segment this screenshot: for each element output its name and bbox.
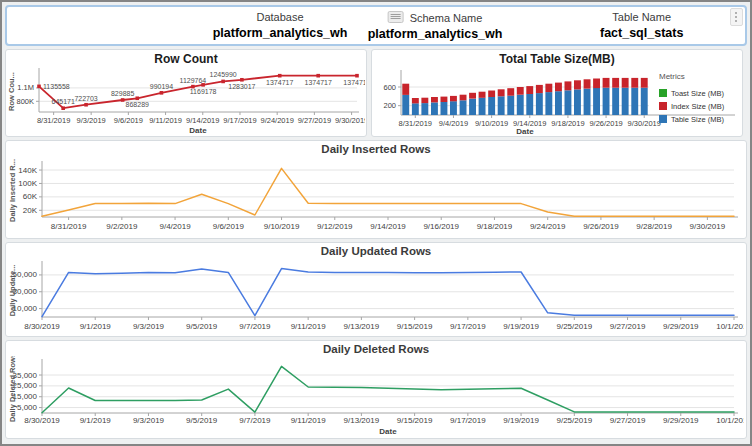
- svg-text:200: 200: [383, 101, 396, 110]
- table-name-value: fact_sql_stats: [600, 26, 683, 40]
- svg-text:9/7/2019: 9/7/2019: [239, 322, 271, 331]
- top-charts-row: Row Count 800K1.1M8/31/20199/3/20199/6/2…: [5, 49, 747, 137]
- total-table-size-chart[interactable]: 2006008/31/20199/4/20199/10/20199/14/201…: [373, 65, 741, 135]
- svg-text:9/27/2019: 9/27/2019: [610, 416, 646, 425]
- svg-text:9/30/2019: 9/30/2019: [628, 119, 661, 128]
- svg-text:9/12/2019: 9/12/2019: [317, 222, 353, 231]
- svg-text:9/5/2019: 9/5/2019: [186, 322, 218, 331]
- svg-text:140K: 140K: [18, 166, 37, 175]
- svg-text:9/1/2019: 9/1/2019: [80, 416, 112, 425]
- kebab-menu-icon[interactable]: [730, 8, 743, 26]
- svg-text:9/11/2019: 9/11/2019: [149, 116, 182, 125]
- daily-inserted-rows-chart-title: Daily Inserted Rows: [6, 141, 746, 156]
- svg-text:9/26/2019: 9/26/2019: [583, 222, 619, 231]
- svg-text:9/2/2019: 9/2/2019: [106, 222, 138, 231]
- svg-text:10/1/2019: 10/1/2019: [716, 322, 744, 331]
- svg-text:9/19/2019: 9/19/2019: [503, 322, 539, 331]
- schema-name-value: platform_analytics_wh: [368, 27, 503, 41]
- svg-text:9/13/2019: 9/13/2019: [344, 416, 380, 425]
- svg-text:9/25/2019: 9/25/2019: [557, 322, 593, 331]
- svg-text:8/31/2019: 8/31/2019: [51, 222, 87, 231]
- svg-text:9/29/2019: 9/29/2019: [663, 416, 699, 425]
- svg-text:9/4/2019: 9/4/2019: [439, 119, 468, 128]
- svg-text:1374717: 1374717: [343, 79, 365, 86]
- svg-text:100K: 100K: [18, 179, 37, 188]
- svg-text:9/30/2019: 9/30/2019: [335, 116, 365, 125]
- svg-text:8/30/2019: 8/30/2019: [24, 416, 60, 425]
- svg-text:20K: 20K: [23, 206, 38, 215]
- svg-text:Row Cou...: Row Cou...: [7, 72, 16, 111]
- dashboard: Database platform_analytics_wh Schema Na…: [0, 0, 752, 446]
- svg-text:9/28/2019: 9/28/2019: [636, 222, 672, 231]
- svg-text:9/5/2019: 9/5/2019: [186, 416, 218, 425]
- svg-text:8/31/2019: 8/31/2019: [37, 116, 70, 125]
- daily-inserted-rows-chart[interactable]: 20K60K100K140K8/31/20199/2/20199/4/20199…: [8, 156, 744, 238]
- svg-text:600: 600: [383, 83, 396, 92]
- svg-text:Daily Update...: Daily Update...: [8, 265, 17, 317]
- svg-text:10/1/2019: 10/1/2019: [716, 416, 744, 425]
- svg-text:9/26/2019: 9/26/2019: [589, 119, 622, 128]
- svg-text:9/27/2019: 9/27/2019: [610, 322, 646, 331]
- database-field: Database platform_analytics_wh: [213, 11, 348, 40]
- svg-text:645171: 645171: [51, 98, 74, 105]
- svg-text:990194: 990194: [150, 83, 173, 90]
- svg-text:Toast Size (MB): Toast Size (MB): [671, 89, 724, 98]
- svg-text:60K: 60K: [23, 192, 38, 201]
- svg-text:9/14/2019: 9/14/2019: [186, 116, 219, 125]
- svg-text:8/31/2019: 8/31/2019: [399, 119, 432, 128]
- row-count-chart-title: Row Count: [6, 50, 366, 65]
- svg-text:Index Size (MB): Index Size (MB): [671, 102, 725, 111]
- svg-text:9/3/2019: 9/3/2019: [133, 416, 165, 425]
- svg-text:1135558: 1135558: [43, 83, 70, 90]
- svg-text:9/24/2019: 9/24/2019: [260, 116, 293, 125]
- table-name-label: Table Name: [600, 11, 683, 23]
- svg-text:9/10/2019: 9/10/2019: [264, 222, 300, 231]
- svg-text:Date: Date: [189, 126, 207, 135]
- svg-text:9/30/2019: 9/30/2019: [690, 222, 726, 231]
- svg-text:722703: 722703: [74, 95, 97, 102]
- svg-text:Daily Inserted R...: Daily Inserted R...: [8, 159, 17, 222]
- total-table-size-chart-title: Total Table Size(MB): [372, 50, 742, 65]
- schema-name-field: Schema Name platform_analytics_wh: [368, 11, 503, 41]
- svg-text:9/15/2019: 9/15/2019: [397, 416, 433, 425]
- svg-text:8/30/2019: 8/30/2019: [24, 322, 60, 331]
- svg-text:9/6/2019: 9/6/2019: [213, 222, 245, 231]
- svg-text:868289: 868289: [126, 101, 149, 108]
- svg-text:9/18/2019: 9/18/2019: [551, 119, 584, 128]
- svg-text:5,000: 5,000: [17, 403, 38, 412]
- hamburger-menu-icon[interactable]: [388, 11, 404, 23]
- parameters-header: Database platform_analytics_wh Schema Na…: [5, 5, 747, 46]
- svg-text:9/24/2019: 9/24/2019: [530, 222, 566, 231]
- svg-text:9/10/2019: 9/10/2019: [475, 119, 508, 128]
- svg-text:9/14/2019: 9/14/2019: [370, 222, 406, 231]
- svg-text:9/25/2019: 9/25/2019: [557, 416, 593, 425]
- daily-deleted-rows-chart-title: Daily Deleted Rows: [6, 341, 746, 356]
- daily-inserted-rows-chart-card: Daily Inserted Rows 20K60K100K140K8/31/2…: [5, 140, 747, 239]
- svg-text:1169178: 1169178: [190, 88, 217, 95]
- svg-text:9/16/2019: 9/16/2019: [423, 222, 459, 231]
- daily-updated-rows-chart[interactable]: 10,00030,00050,0008/30/20199/1/20199/3/2…: [8, 258, 744, 336]
- svg-text:9/17/2019: 9/17/2019: [223, 116, 256, 125]
- daily-updated-rows-chart-card: Daily Updated Rows 10,00030,00050,0008/3…: [5, 242, 747, 337]
- svg-text:9/17/2019: 9/17/2019: [450, 416, 486, 425]
- svg-text:Metrics: Metrics: [659, 72, 685, 81]
- total-table-size-chart-card: Total Table Size(MB) 2006008/31/20199/4/…: [371, 49, 743, 137]
- daily-deleted-rows-chart[interactable]: 5,00015,00025,00035,0008/30/20199/1/2019…: [8, 356, 744, 438]
- svg-text:Table Size (MB): Table Size (MB): [671, 115, 724, 124]
- schema-name-label-row: Schema Name: [368, 11, 503, 24]
- svg-text:1283017: 1283017: [228, 83, 255, 90]
- svg-text:Daily Deleted Rows: Daily Deleted Rows: [8, 356, 17, 422]
- schema-name-label: Schema Name: [410, 12, 483, 24]
- svg-text:9/15/2019: 9/15/2019: [397, 322, 433, 331]
- svg-text:1.1M: 1.1M: [17, 83, 34, 92]
- row-count-chart[interactable]: 800K1.1M8/31/20199/3/20199/6/20199/11/20…: [7, 65, 365, 135]
- svg-text:1129764: 1129764: [180, 77, 207, 84]
- svg-text:Date: Date: [516, 127, 534, 135]
- svg-text:9/29/2019: 9/29/2019: [663, 322, 699, 331]
- svg-text:9/27/2019: 9/27/2019: [298, 116, 331, 125]
- row-count-chart-card: Row Count 800K1.1M8/31/20199/3/20199/6/2…: [5, 49, 367, 137]
- svg-text:9/11/2019: 9/11/2019: [291, 416, 327, 425]
- svg-text:9/19/2019: 9/19/2019: [503, 416, 539, 425]
- svg-text:1245990: 1245990: [209, 71, 236, 78]
- svg-text:800K: 800K: [16, 97, 34, 106]
